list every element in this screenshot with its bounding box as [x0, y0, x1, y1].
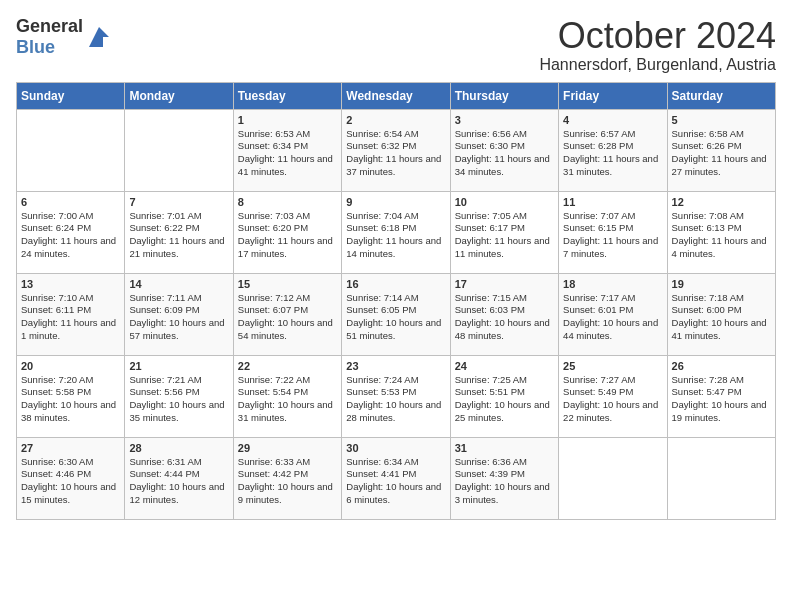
cell-content: Sunrise: 7:05 AMSunset: 6:17 PMDaylight:…	[455, 210, 554, 261]
cell-content: Sunrise: 7:22 AMSunset: 5:54 PMDaylight:…	[238, 374, 337, 425]
calendar-week-row: 6Sunrise: 7:00 AMSunset: 6:24 PMDaylight…	[17, 191, 776, 273]
calendar-week-row: 1Sunrise: 6:53 AMSunset: 6:34 PMDaylight…	[17, 109, 776, 191]
cell-content: Sunrise: 6:57 AMSunset: 6:28 PMDaylight:…	[563, 128, 662, 179]
location-title: Hannersdorf, Burgenland, Austria	[539, 56, 776, 74]
cell-content: Sunrise: 6:54 AMSunset: 6:32 PMDaylight:…	[346, 128, 445, 179]
day-number: 21	[129, 360, 228, 372]
day-number: 28	[129, 442, 228, 454]
calendar-cell: 25Sunrise: 7:27 AMSunset: 5:49 PMDayligh…	[559, 355, 667, 437]
calendar-cell: 19Sunrise: 7:18 AMSunset: 6:00 PMDayligh…	[667, 273, 775, 355]
calendar-cell: 30Sunrise: 6:34 AMSunset: 4:41 PMDayligh…	[342, 437, 450, 519]
day-number: 29	[238, 442, 337, 454]
cell-content: Sunrise: 6:33 AMSunset: 4:42 PMDaylight:…	[238, 456, 337, 507]
day-number: 26	[672, 360, 771, 372]
day-number: 14	[129, 278, 228, 290]
calendar-cell: 8Sunrise: 7:03 AMSunset: 6:20 PMDaylight…	[233, 191, 341, 273]
day-number: 9	[346, 196, 445, 208]
logo-blue: Blue	[16, 37, 55, 57]
calendar-cell: 13Sunrise: 7:10 AMSunset: 6:11 PMDayligh…	[17, 273, 125, 355]
page-header: General Blue October 2024 Hannersdorf, B…	[16, 16, 776, 74]
cell-content: Sunrise: 6:56 AMSunset: 6:30 PMDaylight:…	[455, 128, 554, 179]
calendar-cell: 10Sunrise: 7:05 AMSunset: 6:17 PMDayligh…	[450, 191, 558, 273]
calendar-cell: 1Sunrise: 6:53 AMSunset: 6:34 PMDaylight…	[233, 109, 341, 191]
calendar-cell: 5Sunrise: 6:58 AMSunset: 6:26 PMDaylight…	[667, 109, 775, 191]
weekday-header: Monday	[125, 82, 233, 109]
calendar-cell: 28Sunrise: 6:31 AMSunset: 4:44 PMDayligh…	[125, 437, 233, 519]
day-number: 8	[238, 196, 337, 208]
cell-content: Sunrise: 6:31 AMSunset: 4:44 PMDaylight:…	[129, 456, 228, 507]
calendar-cell: 9Sunrise: 7:04 AMSunset: 6:18 PMDaylight…	[342, 191, 450, 273]
weekday-header: Tuesday	[233, 82, 341, 109]
day-number: 31	[455, 442, 554, 454]
calendar-cell: 23Sunrise: 7:24 AMSunset: 5:53 PMDayligh…	[342, 355, 450, 437]
title-block: October 2024 Hannersdorf, Burgenland, Au…	[539, 16, 776, 74]
day-number: 18	[563, 278, 662, 290]
calendar-cell: 26Sunrise: 7:28 AMSunset: 5:47 PMDayligh…	[667, 355, 775, 437]
calendar-cell: 17Sunrise: 7:15 AMSunset: 6:03 PMDayligh…	[450, 273, 558, 355]
cell-content: Sunrise: 7:10 AMSunset: 6:11 PMDaylight:…	[21, 292, 120, 343]
day-number: 12	[672, 196, 771, 208]
cell-content: Sunrise: 7:24 AMSunset: 5:53 PMDaylight:…	[346, 374, 445, 425]
cell-content: Sunrise: 7:03 AMSunset: 6:20 PMDaylight:…	[238, 210, 337, 261]
calendar-week-row: 27Sunrise: 6:30 AMSunset: 4:46 PMDayligh…	[17, 437, 776, 519]
calendar-cell: 31Sunrise: 6:36 AMSunset: 4:39 PMDayligh…	[450, 437, 558, 519]
cell-content: Sunrise: 7:28 AMSunset: 5:47 PMDaylight:…	[672, 374, 771, 425]
cell-content: Sunrise: 6:30 AMSunset: 4:46 PMDaylight:…	[21, 456, 120, 507]
cell-content: Sunrise: 7:21 AMSunset: 5:56 PMDaylight:…	[129, 374, 228, 425]
calendar-cell	[125, 109, 233, 191]
logo: General Blue	[16, 16, 113, 58]
cell-content: Sunrise: 7:14 AMSunset: 6:05 PMDaylight:…	[346, 292, 445, 343]
weekday-header: Saturday	[667, 82, 775, 109]
calendar-cell: 21Sunrise: 7:21 AMSunset: 5:56 PMDayligh…	[125, 355, 233, 437]
day-number: 7	[129, 196, 228, 208]
cell-content: Sunrise: 7:27 AMSunset: 5:49 PMDaylight:…	[563, 374, 662, 425]
day-number: 19	[672, 278, 771, 290]
calendar-cell	[667, 437, 775, 519]
day-number: 23	[346, 360, 445, 372]
logo-general: General	[16, 16, 83, 36]
cell-content: Sunrise: 7:00 AMSunset: 6:24 PMDaylight:…	[21, 210, 120, 261]
cell-content: Sunrise: 7:08 AMSunset: 6:13 PMDaylight:…	[672, 210, 771, 261]
cell-content: Sunrise: 7:25 AMSunset: 5:51 PMDaylight:…	[455, 374, 554, 425]
cell-content: Sunrise: 6:58 AMSunset: 6:26 PMDaylight:…	[672, 128, 771, 179]
calendar-cell: 29Sunrise: 6:33 AMSunset: 4:42 PMDayligh…	[233, 437, 341, 519]
day-number: 16	[346, 278, 445, 290]
cell-content: Sunrise: 7:12 AMSunset: 6:07 PMDaylight:…	[238, 292, 337, 343]
calendar-cell: 20Sunrise: 7:20 AMSunset: 5:58 PMDayligh…	[17, 355, 125, 437]
calendar-cell: 3Sunrise: 6:56 AMSunset: 6:30 PMDaylight…	[450, 109, 558, 191]
cell-content: Sunrise: 7:20 AMSunset: 5:58 PMDaylight:…	[21, 374, 120, 425]
day-number: 3	[455, 114, 554, 126]
calendar-cell: 6Sunrise: 7:00 AMSunset: 6:24 PMDaylight…	[17, 191, 125, 273]
calendar-cell	[17, 109, 125, 191]
calendar-cell: 12Sunrise: 7:08 AMSunset: 6:13 PMDayligh…	[667, 191, 775, 273]
weekday-header: Wednesday	[342, 82, 450, 109]
cell-content: Sunrise: 7:01 AMSunset: 6:22 PMDaylight:…	[129, 210, 228, 261]
calendar-cell: 7Sunrise: 7:01 AMSunset: 6:22 PMDaylight…	[125, 191, 233, 273]
weekday-header: Friday	[559, 82, 667, 109]
day-number: 5	[672, 114, 771, 126]
day-number: 17	[455, 278, 554, 290]
day-number: 11	[563, 196, 662, 208]
day-number: 1	[238, 114, 337, 126]
calendar-cell: 27Sunrise: 6:30 AMSunset: 4:46 PMDayligh…	[17, 437, 125, 519]
cell-content: Sunrise: 6:36 AMSunset: 4:39 PMDaylight:…	[455, 456, 554, 507]
weekday-header: Thursday	[450, 82, 558, 109]
day-number: 4	[563, 114, 662, 126]
calendar-week-row: 20Sunrise: 7:20 AMSunset: 5:58 PMDayligh…	[17, 355, 776, 437]
day-number: 10	[455, 196, 554, 208]
day-number: 6	[21, 196, 120, 208]
calendar-cell: 4Sunrise: 6:57 AMSunset: 6:28 PMDaylight…	[559, 109, 667, 191]
day-number: 30	[346, 442, 445, 454]
cell-content: Sunrise: 7:15 AMSunset: 6:03 PMDaylight:…	[455, 292, 554, 343]
calendar-cell: 14Sunrise: 7:11 AMSunset: 6:09 PMDayligh…	[125, 273, 233, 355]
day-number: 24	[455, 360, 554, 372]
calendar-cell: 11Sunrise: 7:07 AMSunset: 6:15 PMDayligh…	[559, 191, 667, 273]
calendar-cell: 18Sunrise: 7:17 AMSunset: 6:01 PMDayligh…	[559, 273, 667, 355]
calendar-table: SundayMondayTuesdayWednesdayThursdayFrid…	[16, 82, 776, 520]
cell-content: Sunrise: 6:34 AMSunset: 4:41 PMDaylight:…	[346, 456, 445, 507]
cell-content: Sunrise: 7:11 AMSunset: 6:09 PMDaylight:…	[129, 292, 228, 343]
cell-content: Sunrise: 6:53 AMSunset: 6:34 PMDaylight:…	[238, 128, 337, 179]
calendar-header-row: SundayMondayTuesdayWednesdayThursdayFrid…	[17, 82, 776, 109]
month-title: October 2024	[539, 16, 776, 56]
calendar-week-row: 13Sunrise: 7:10 AMSunset: 6:11 PMDayligh…	[17, 273, 776, 355]
